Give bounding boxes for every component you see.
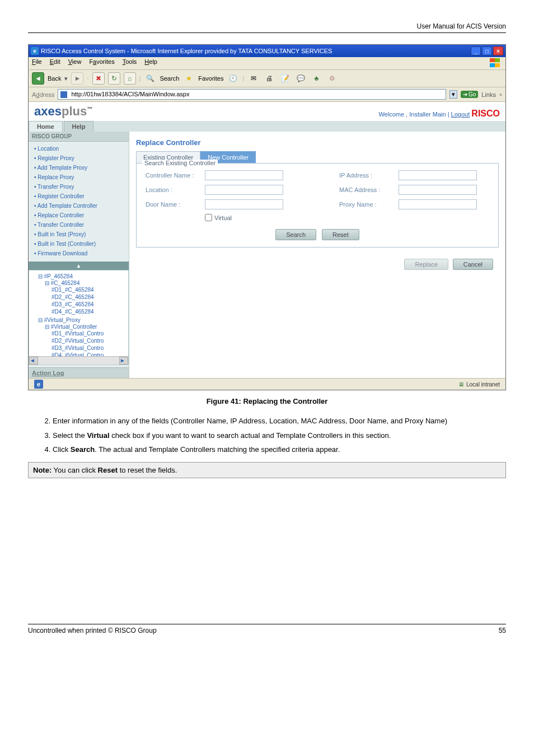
label-location: Location :	[146, 186, 202, 193]
virtual-checkbox[interactable]	[205, 214, 212, 221]
browser-window: e RISCO Access Control System - Microsof…	[28, 44, 506, 390]
sidebar-heading: RISCO GROUP	[29, 132, 129, 142]
fieldset-legend: Search Existing Controller	[142, 160, 218, 166]
url-input[interactable]: http://01hw183384/ACIS/MainWindow.aspx	[58, 89, 446, 100]
input-door[interactable]	[205, 199, 283, 209]
status-text: Local intranet	[466, 381, 500, 388]
back-button[interactable]: ◄	[32, 72, 44, 85]
scroll-right-icon[interactable]: ►	[119, 357, 128, 365]
nav-add-template-proxy[interactable]: Add Template Proxy	[31, 163, 127, 172]
action-log-link[interactable]: Action Log	[29, 367, 129, 378]
step-2: Enter information in any of the fields (…	[53, 416, 506, 427]
tree-view[interactable]: ⊟ #P_465284 ⊟ #C_465284 #D1_#C_465284 #D…	[29, 270, 129, 365]
nav-firmware-download[interactable]: Firmware Download	[31, 249, 127, 258]
nav-register-proxy[interactable]: Register Proxy	[31, 153, 127, 163]
mail-icon[interactable]: ✉	[247, 72, 260, 85]
edit-icon[interactable]: 📝	[279, 72, 291, 85]
label-mac: MAC Address :	[339, 186, 395, 193]
minimize-button[interactable]: _	[471, 46, 481, 55]
input-location[interactable]	[205, 185, 283, 195]
nav-transfer-controller[interactable]: Transfer Controller	[31, 220, 127, 230]
print-icon[interactable]: 🖨	[263, 72, 275, 85]
history-icon[interactable]: 🕘	[227, 72, 240, 85]
address-label: Address	[32, 91, 54, 98]
nav-bit-controller[interactable]: Built in Test (Controller)	[31, 239, 127, 249]
tree-scrollbar[interactable]: ◄ ►	[29, 356, 128, 365]
links-chevron-icon[interactable]: »	[499, 92, 502, 97]
toolbar: ◄ Back ▾ ► · ✖ ↻ ⌂ | 🔍 Search ★ Favorite…	[29, 70, 505, 87]
step-4: Click Search. The actual and Template Co…	[53, 444, 506, 455]
extra-icon-1[interactable]: ♣	[310, 72, 322, 85]
menu-edit[interactable]: Edit	[50, 58, 60, 68]
menu-favorites[interactable]: Favorites	[89, 58, 114, 68]
forward-button[interactable]: ►	[71, 72, 83, 85]
input-mac[interactable]	[399, 185, 477, 195]
discuss-icon[interactable]: 💬	[294, 72, 307, 85]
page-footer: Uncontrolled when printed © RISCO Group …	[28, 624, 506, 634]
nav-bit-proxy[interactable]: Built in Test (Proxy)	[31, 230, 127, 239]
menu-file[interactable]: File	[32, 58, 42, 68]
figure-caption: Figure 41: Replacing the Controller	[28, 397, 506, 405]
nav-replace-proxy[interactable]: Replace Proxy	[31, 172, 127, 182]
nav-add-template-controller[interactable]: Add Template Controller	[31, 201, 127, 211]
tree-collapse-icon[interactable]: ▲	[29, 262, 129, 270]
cancel-button[interactable]: Cancel	[453, 259, 493, 270]
go-button[interactable]: ➔ Go	[461, 91, 478, 98]
search-icon[interactable]: 🔍	[144, 72, 156, 85]
tab-help[interactable]: Help	[64, 121, 94, 132]
search-fieldset: Search Existing Controller Controller Na…	[136, 163, 499, 248]
label-proxy: Proxy Name :	[339, 201, 395, 208]
zone-icon: 🖥	[458, 381, 464, 388]
nav-replace-controller[interactable]: Replace Controller	[31, 211, 127, 220]
nav-transfer-proxy[interactable]: Transfer Proxy	[31, 182, 127, 192]
logout-link[interactable]: Logout	[451, 111, 470, 118]
addressbar: Address http://01hw183384/ACIS/MainWindo…	[29, 87, 505, 102]
app-logo: axesplus™	[34, 104, 92, 119]
url-dropdown-icon[interactable]: ▾	[449, 90, 457, 99]
replace-button[interactable]: Replace	[404, 259, 448, 270]
risco-logo: RISCO	[471, 109, 500, 118]
step-3: Select the Virtual check box if you want…	[53, 430, 506, 441]
input-controller[interactable]	[205, 170, 283, 180]
nav-register-controller[interactable]: Register Controller	[31, 192, 127, 201]
window-title: RISCO Access Control System - Microsoft …	[41, 48, 332, 54]
footer-left: Uncontrolled when printed © RISCO Group	[28, 627, 157, 634]
menu-tools[interactable]: Tools	[123, 58, 137, 68]
input-proxy[interactable]	[399, 199, 477, 209]
stop-button[interactable]: ✖	[92, 72, 105, 85]
titlebar: e RISCO Access Control System - Microsof…	[29, 45, 505, 57]
windows-logo-icon	[490, 58, 502, 68]
refresh-button[interactable]: ↻	[108, 72, 120, 85]
label-ip: IP Address :	[339, 172, 395, 179]
main-tabs: Home Help	[29, 121, 505, 132]
panel-title: Replace Controller	[136, 138, 499, 147]
label-door: Door Name :	[146, 201, 202, 208]
nav-list: Location Register Proxy Add Template Pro…	[31, 144, 127, 258]
back-chevron-icon[interactable]: ▾	[64, 75, 68, 82]
menubar: File Edit View Favorites Tools Help	[29, 57, 505, 70]
menu-view[interactable]: View	[68, 58, 82, 68]
ie-status-icon: e	[34, 380, 43, 389]
extra-icon-2[interactable]: ⚙	[326, 72, 338, 85]
search-label[interactable]: Search	[160, 75, 179, 82]
footer-right: 55	[499, 627, 506, 634]
maximize-button[interactable]: □	[482, 46, 492, 55]
note-box: Note: You can click Reset to reset the f…	[28, 462, 506, 478]
favorites-label[interactable]: Favorites	[198, 75, 223, 82]
tab-home[interactable]: Home	[29, 121, 63, 132]
links-label[interactable]: Links	[481, 91, 496, 98]
home-button[interactable]: ⌂	[124, 72, 136, 85]
input-ip[interactable]	[399, 170, 477, 180]
page-icon	[60, 91, 67, 98]
favorites-icon[interactable]: ★	[182, 72, 195, 85]
reset-button[interactable]: Reset	[322, 229, 359, 240]
close-button[interactable]: ×	[493, 46, 503, 55]
back-label: Back	[48, 75, 61, 82]
search-button[interactable]: Search	[275, 229, 316, 240]
scroll-left-icon[interactable]: ◄	[29, 357, 38, 365]
menu-help[interactable]: Help	[144, 58, 157, 68]
sidebar: RISCO GROUP Location Register Proxy Add …	[29, 132, 129, 378]
statusbar: e 🖥 Local intranet	[29, 378, 505, 390]
app-header: axesplus™ Welcome , Installer Main | Log…	[29, 102, 505, 121]
nav-location[interactable]: Location	[31, 144, 127, 153]
